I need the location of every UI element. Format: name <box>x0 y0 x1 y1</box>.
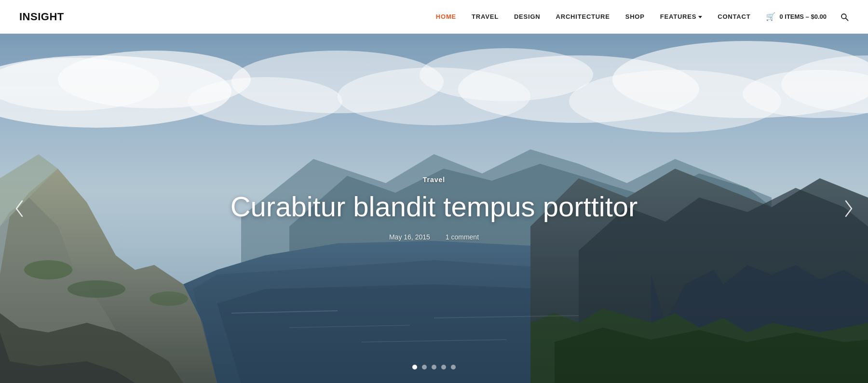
site-logo[interactable]: INSIGHT <box>19 11 64 23</box>
nav-item-contact[interactable]: CONTACT <box>718 13 750 20</box>
slide-next-button[interactable] <box>839 194 858 223</box>
chevron-left-icon <box>14 200 24 217</box>
slide-comments[interactable]: 1 comment <box>446 233 479 241</box>
search-button[interactable] <box>840 13 849 21</box>
svg-line-1 <box>846 18 848 20</box>
cart-icon: 🛒 <box>766 12 775 21</box>
nav-item-home[interactable]: HOME <box>436 13 456 20</box>
cart-label: 0 ITEMS – $0.00 <box>779 13 827 20</box>
slide-date: May 16, 2015 <box>389 233 430 241</box>
slide-meta: May 16, 2015 1 comment <box>231 233 638 241</box>
hero-slider: Travel Curabitur blandit tempus porttito… <box>0 34 868 383</box>
slide-title[interactable]: Curabitur blandit tempus porttitor <box>231 191 638 222</box>
nav-item-travel[interactable]: TRAVEL <box>472 13 499 20</box>
slide-dots <box>412 365 456 370</box>
slide-dot-3[interactable] <box>441 365 446 370</box>
nav-item-architecture[interactable]: ARCHITECTURE <box>556 13 610 20</box>
nav-list: HOME TRAVEL DESIGN ARCHITECTURE SHOP FEA… <box>436 13 751 20</box>
slide-dot-4[interactable] <box>451 365 456 370</box>
slide-dot-0[interactable] <box>412 365 417 370</box>
nav-item-features[interactable]: FEATURES <box>660 13 703 20</box>
main-nav: HOME TRAVEL DESIGN ARCHITECTURE SHOP FEA… <box>436 13 751 20</box>
chevron-right-icon <box>844 200 854 217</box>
search-icon <box>840 13 849 21</box>
slide-dot-1[interactable] <box>422 365 427 370</box>
nav-item-design[interactable]: DESIGN <box>514 13 541 20</box>
slide-category: Travel <box>231 176 638 184</box>
slide-content: Travel Curabitur blandit tempus porttito… <box>231 176 638 241</box>
slide-prev-button[interactable] <box>10 194 29 223</box>
nav-item-shop[interactable]: SHOP <box>625 13 645 20</box>
cart-button[interactable]: 🛒 0 ITEMS – $0.00 <box>766 12 827 21</box>
chevron-down-icon <box>698 16 702 18</box>
slide-dot-2[interactable] <box>432 365 436 370</box>
site-header: INSIGHT HOME TRAVEL DESIGN ARCHITECTURE … <box>0 0 868 34</box>
